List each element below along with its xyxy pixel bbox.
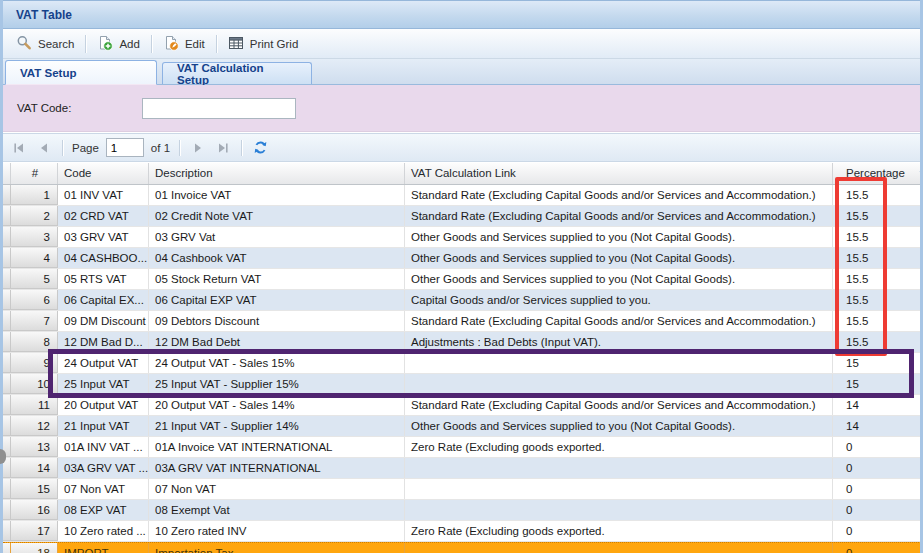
first-page-button[interactable] — [10, 139, 28, 157]
cell-row-number: 11 — [11, 395, 58, 415]
table-row[interactable]: 18IMPORTImportation Tax0 — [3, 542, 923, 553]
cell-code: 08 EXP VAT — [58, 500, 149, 520]
table-row[interactable]: 1403A GRV VAT ...03A GRV VAT INTERNATION… — [3, 458, 923, 479]
cell-indicator — [3, 395, 11, 415]
toolbar-separator — [151, 35, 152, 53]
cell-percentage: 15.5 — [833, 269, 923, 289]
prev-page-button[interactable] — [35, 139, 53, 157]
cell-row-number: 6 — [11, 290, 58, 310]
refresh-button[interactable] — [251, 139, 269, 157]
table-row[interactable]: 1301A INV VAT ...01A Invoice VAT INTERNA… — [3, 437, 923, 458]
cell-row-number: 4 — [11, 248, 58, 268]
table-row[interactable]: 812 DM Bad D...12 DM Bad DebtAdjustments… — [3, 332, 923, 353]
cell-description: 07 Non VAT — [149, 479, 405, 499]
edit-button[interactable]: Edit — [155, 32, 213, 56]
cell-row-number: 7 — [11, 311, 58, 331]
cell-description: Importation Tax — [149, 543, 405, 553]
pager-separator — [241, 140, 242, 156]
cell-vat-calculation-link — [405, 500, 833, 520]
cell-vat-calculation-link — [405, 353, 833, 373]
table-row[interactable]: 404 CASHBOO...04 Cashbook VATOther Goods… — [3, 248, 923, 269]
cell-code: 01A INV VAT ... — [58, 437, 149, 457]
cell-description: 21 Input VAT - Supplier 14% — [149, 416, 405, 436]
table-row[interactable]: 1710 Zero rated ...10 Zero rated INVZero… — [3, 521, 923, 542]
table-row[interactable]: 1507 Non VAT07 Non VAT0 — [3, 479, 923, 500]
cell-row-number: 18 — [11, 543, 58, 553]
cell-code: 25 Input VAT — [58, 374, 149, 394]
tab-strip: VAT Setup VAT Calculation Setup — [0, 59, 923, 85]
next-page-button[interactable] — [189, 139, 207, 157]
cell-code: 10 Zero rated ... — [58, 521, 149, 541]
cell-percentage: 14 — [833, 395, 923, 415]
cell-vat-calculation-link: Other Goods and Services supplied to you… — [405, 248, 833, 268]
table-row[interactable]: 101 INV VAT01 Invoice VATStandard Rate (… — [3, 185, 923, 206]
add-icon — [97, 35, 113, 53]
cell-vat-calculation-link: Standard Rate (Excluding Capital Goods a… — [405, 206, 833, 226]
page-number-input[interactable] — [106, 138, 144, 157]
cell-percentage: 0 — [833, 521, 923, 541]
table-row[interactable]: 1025 Input VAT25 Input VAT - Supplier 15… — [3, 374, 923, 395]
cell-percentage: 15.5 — [833, 290, 923, 310]
table-row[interactable]: 709 DM Discount09 Debtors DiscountStanda… — [3, 311, 923, 332]
tab-vat-calculation-setup[interactable]: VAT Calculation Setup — [162, 62, 312, 84]
column-header-description[interactable]: Description — [149, 163, 405, 184]
table-row[interactable]: 303 GRV VAT03 GRV VatOther Goods and Ser… — [3, 227, 923, 248]
cell-percentage: 15.5 — [833, 311, 923, 331]
column-header-code[interactable]: Code — [58, 163, 149, 184]
page-count-label: of 1 — [151, 142, 170, 154]
vat-code-input[interactable] — [142, 98, 296, 119]
search-button[interactable]: Search — [8, 32, 82, 56]
cell-vat-calculation-link: Standard Rate (Excluding Capital Goods a… — [405, 185, 833, 205]
cell-indicator — [3, 416, 11, 436]
table-row[interactable]: 606 Capital EX...06 Capital EXP VATCapit… — [3, 290, 923, 311]
last-page-button[interactable] — [214, 139, 232, 157]
cell-indicator — [3, 353, 11, 373]
table-row[interactable]: 1221 Input VAT21 Input VAT - Supplier 14… — [3, 416, 923, 437]
cell-code: 07 Non VAT — [58, 479, 149, 499]
vat-table-window: VAT Table Search Add — [0, 0, 923, 553]
cell-code: 03A GRV VAT ... — [58, 458, 149, 478]
tab-vat-setup[interactable]: VAT Setup — [5, 60, 157, 85]
table-row[interactable]: 924 Output VAT24 Output VAT - Sales 15%1… — [3, 353, 923, 374]
cell-percentage: 15.5 — [833, 185, 923, 205]
cell-vat-calculation-link — [405, 458, 833, 478]
window-left-border — [0, 0, 3, 553]
cell-description: 25 Input VAT - Supplier 15% — [149, 374, 405, 394]
cell-row-number: 13 — [11, 437, 58, 457]
toolbar-separator — [85, 35, 86, 53]
cell-description: 12 DM Bad Debt — [149, 332, 405, 352]
cell-percentage: 15.5 — [833, 248, 923, 268]
cell-code: 05 RTS VAT — [58, 269, 149, 289]
cell-description: 08 Exempt Vat — [149, 500, 405, 520]
cell-description: 03A GRV VAT INTERNATIONAL — [149, 458, 405, 478]
cell-indicator — [3, 521, 11, 541]
print-grid-button[interactable]: Print Grid — [220, 32, 307, 56]
cell-code: 24 Output VAT — [58, 353, 149, 373]
column-header-vat-calculation-link[interactable]: VAT Calculation Link — [405, 163, 833, 184]
cell-vat-calculation-link — [405, 479, 833, 499]
vat-code-form: VAT Code: — [0, 85, 923, 132]
cell-code: 21 Input VAT — [58, 416, 149, 436]
cell-row-number: 17 — [11, 521, 58, 541]
tab-vat-calculation-setup-label: VAT Calculation Setup — [177, 62, 297, 86]
table-row[interactable]: 505 RTS VAT05 Stock Return VATOther Good… — [3, 269, 923, 290]
column-header-num[interactable]: # — [11, 163, 58, 184]
add-button-label: Add — [119, 38, 139, 50]
column-header-percentage[interactable]: Percentage — [833, 163, 923, 184]
cell-code: 09 DM Discount — [58, 311, 149, 331]
cell-vat-calculation-link — [405, 374, 833, 394]
toolbar-separator — [216, 35, 217, 53]
cell-vat-calculation-link: Other Goods and Services supplied to you… — [405, 227, 833, 247]
cell-indicator — [3, 185, 11, 205]
cell-code: 20 Output VAT — [58, 395, 149, 415]
cell-row-number: 14 — [11, 458, 58, 478]
print-grid-button-label: Print Grid — [250, 38, 299, 50]
cell-vat-calculation-link: Zero Rate (Excluding goods exported. — [405, 521, 833, 541]
table-row[interactable]: 202 CRD VAT02 Credit Note VATStandard Ra… — [3, 206, 923, 227]
cell-code: 04 CASHBOO... — [58, 248, 149, 268]
add-button[interactable]: Add — [89, 32, 147, 56]
column-header-indicator — [3, 163, 11, 184]
table-row[interactable]: 1120 Output VAT20 Output VAT - Sales 14%… — [3, 395, 923, 416]
cell-percentage: 0 — [833, 437, 923, 457]
table-row[interactable]: 1608 EXP VAT08 Exempt Vat0 — [3, 500, 923, 521]
